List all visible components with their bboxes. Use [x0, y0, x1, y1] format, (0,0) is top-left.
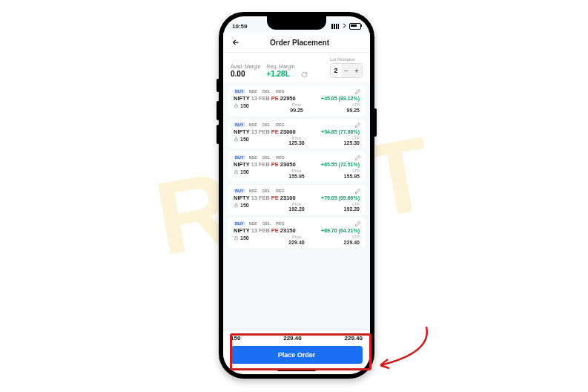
tag-buy: BUY	[234, 89, 245, 94]
screen: 10:59 Order Placement Avail. Margin 0.00	[223, 16, 370, 374]
tag-row: BUY NSE DEL REG	[234, 89, 360, 94]
tag-del: DEL	[261, 122, 272, 127]
status-icons	[331, 23, 361, 30]
edit-icon[interactable]	[354, 220, 361, 227]
req-margin-label: Req. Margin	[266, 64, 294, 69]
tag-buy: BUY	[234, 155, 245, 160]
change-value: +79.05 (69.86%)	[321, 195, 360, 200]
tag-del: DEL	[261, 89, 272, 94]
avail-margin-value: 0.00	[231, 70, 260, 78]
symbol: NIFTY 13 FEB PE 23150	[234, 227, 296, 234]
change-value: +54.85 (77.86%)	[321, 129, 360, 134]
home-indicator	[277, 369, 316, 371]
bottom-qty: 150	[231, 335, 240, 342]
tag-nse: NSE	[248, 89, 259, 94]
ltp-col: LTP229.40	[317, 235, 360, 245]
bottom-bar: 150 229.40 229.40 Place Order	[223, 330, 370, 374]
order-card[interactable]: BUY NSE DEL REG NIFTY 13 FEB PE 23150 +8…	[228, 218, 366, 248]
price-col: Price125.30	[276, 137, 318, 146]
tag-buy: BUY	[234, 189, 245, 193]
symbol: NIFTY 13 FEB PE 23000	[234, 128, 296, 135]
tag-nse: NSE	[248, 122, 259, 127]
symbol: NIFTY 13 FEB PE 22950	[234, 95, 296, 102]
lot-minus-button[interactable]: −	[341, 64, 351, 77]
page-title: Order Placement	[237, 39, 363, 47]
tag-nse: NSE	[248, 189, 259, 193]
order-card[interactable]: BUY NSE DEL REG NIFTY 13 FEB PE 23000 +5…	[228, 119, 366, 149]
lock-icon	[234, 235, 239, 241]
edit-icon[interactable]	[354, 188, 361, 195]
tag-del: DEL	[261, 221, 272, 226]
bottom-summary: 150 229.40 229.40	[231, 335, 363, 342]
svg-rect-1	[234, 139, 237, 141]
avail-margin-label: Avail. Margin	[231, 64, 260, 69]
order-card[interactable]: BUY NSE DEL REG NIFTY 13 FEB PE 22950 +4…	[228, 85, 366, 116]
tag-del: DEL	[261, 155, 272, 160]
lock-icon	[234, 203, 239, 208]
tag-reg: REG	[274, 155, 286, 160]
qty-col: 150	[234, 169, 276, 179]
status-time: 10:59	[232, 23, 247, 30]
tag-nse: NSE	[248, 155, 259, 160]
price-col: Price99.25	[276, 103, 318, 113]
symbol: NIFTY 13 FEB PE 23050	[234, 161, 296, 168]
lock-icon	[234, 137, 239, 142]
qty-col: 150	[234, 103, 276, 113]
bottom-price: 229.40	[283, 335, 301, 342]
tag-del: DEL	[261, 189, 272, 193]
edit-icon[interactable]	[354, 154, 361, 161]
tag-reg: REG	[274, 189, 286, 193]
tag-buy: BUY	[234, 122, 245, 127]
tag-row: BUY NSE DEL REG	[234, 122, 360, 127]
phone-frame: 10:59 Order Placement Avail. Margin 0.00	[219, 12, 374, 379]
ltp-col: LTP125.30	[317, 137, 360, 146]
annotation-arrow	[367, 312, 434, 379]
lot-stepper[interactable]: 2 − +	[330, 63, 363, 78]
lock-icon	[234, 169, 239, 174]
tag-row: BUY NSE DEL REG	[234, 155, 360, 160]
price-col: Price229.40	[276, 235, 318, 245]
ltp-col: LTP192.20	[317, 203, 360, 212]
ltp-col: LTP99.25	[317, 103, 360, 113]
symbol: NIFTY 13 FEB PE 23100	[234, 195, 296, 201]
change-value: +65.55 (72.51%)	[321, 162, 360, 167]
refresh-icon[interactable]	[300, 71, 308, 78]
margin-row: Avail. Margin 0.00 Req. Margin +1.28L Lo…	[223, 53, 370, 82]
signal-icon	[331, 24, 339, 29]
order-card[interactable]: BUY NSE DEL REG NIFTY 13 FEB PE 23050 +6…	[228, 151, 366, 182]
edit-icon[interactable]	[354, 88, 361, 95]
order-list[interactable]: BUY NSE DEL REG NIFTY 13 FEB PE 22950 +4…	[223, 85, 370, 303]
lock-icon	[234, 103, 239, 108]
avail-margin: Avail. Margin 0.00	[231, 64, 260, 78]
tag-nse: NSE	[248, 221, 259, 226]
change-value: +89.70 (64.21%)	[321, 228, 360, 233]
req-margin: Req. Margin +1.28L	[266, 64, 294, 78]
tag-row: BUY NSE DEL REG	[234, 189, 360, 193]
price-col: Price155.95	[276, 169, 318, 179]
wifi-icon	[340, 23, 348, 29]
place-order-button[interactable]: Place Order	[231, 346, 363, 364]
tag-reg: REG	[274, 221, 286, 226]
ltp-col: LTP155.95	[317, 169, 360, 179]
qty-col: 150	[234, 137, 276, 146]
tag-reg: REG	[274, 122, 286, 127]
lot-label: Lot Multiplier	[330, 57, 363, 62]
edit-icon[interactable]	[354, 122, 361, 128]
lot-value: 2	[331, 67, 341, 74]
svg-rect-2	[234, 172, 237, 174]
order-card[interactable]: BUY NSE DEL REG NIFTY 13 FEB PE 23100 +7…	[228, 185, 366, 215]
svg-rect-4	[234, 238, 237, 240]
qty-col: 150	[234, 203, 276, 212]
tag-reg: REG	[274, 89, 286, 94]
lot-plus-button[interactable]: +	[351, 64, 362, 77]
lot-multiplier: Lot Multiplier 2 − +	[330, 57, 363, 78]
tag-row: BUY NSE DEL REG	[234, 221, 360, 226]
change-value: +45.05 (83.12%)	[321, 96, 360, 101]
notch	[267, 16, 326, 30]
svg-rect-3	[234, 205, 237, 207]
header: Order Placement	[223, 33, 370, 53]
svg-rect-0	[234, 105, 237, 108]
tag-buy: BUY	[234, 221, 245, 226]
req-margin-value: +1.28L	[266, 70, 294, 78]
battery-icon	[349, 23, 361, 30]
